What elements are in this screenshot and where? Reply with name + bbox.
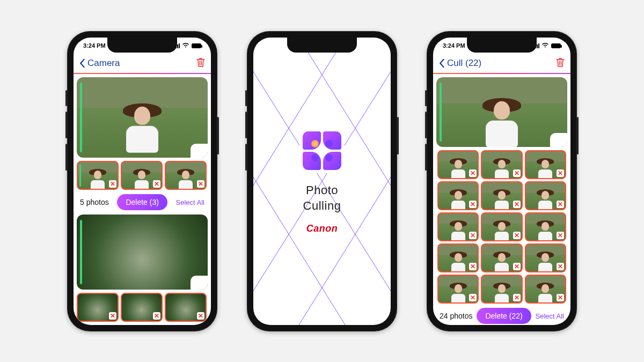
remove-icon[interactable]: ✕ <box>513 232 521 239</box>
status-time: 3:24 PM <box>443 42 465 49</box>
thumbnail-row: ✕ ✕ ✕ <box>77 161 208 190</box>
select-all-link[interactable]: Select All <box>176 198 204 206</box>
action-row: 4 photos Delete (3) Select All <box>77 324 208 325</box>
thumbnail[interactable]: ✕ <box>437 212 479 241</box>
remove-icon[interactable]: ✕ <box>197 180 204 188</box>
thumbnail[interactable]: ✕ <box>121 161 163 190</box>
back-button[interactable]: Cull (22) <box>438 58 481 69</box>
thumbnail[interactable]: ✕ <box>481 212 522 241</box>
delete-button[interactable]: Delete (22) <box>477 308 531 324</box>
remove-icon[interactable]: ✕ <box>153 312 160 320</box>
wifi-icon <box>541 42 549 49</box>
photo-count: 24 photos <box>440 312 473 320</box>
thumbnail[interactable]: ✕ <box>525 212 566 241</box>
remove-icon[interactable]: ✕ <box>469 232 477 239</box>
hero-photo[interactable] <box>436 77 567 147</box>
remove-icon[interactable]: ✕ <box>513 263 521 270</box>
thumbnail[interactable]: ✕ <box>481 150 522 179</box>
remove-icon[interactable]: ✕ <box>513 294 521 301</box>
remove-icon[interactable]: ✕ <box>153 180 160 188</box>
back-button[interactable]: Camera <box>79 58 120 69</box>
thumbnail-row: ✕ ✕ ✕ <box>77 293 208 322</box>
app-name: Photo Culling <box>303 183 341 213</box>
rating-bar <box>80 220 82 284</box>
notch <box>287 38 357 53</box>
remove-icon[interactable]: ✕ <box>469 294 477 301</box>
thumbnail[interactable]: ✕ <box>437 243 479 272</box>
action-row: 5 photos Delete (3) Select All <box>77 192 208 215</box>
chevron-left-icon <box>79 58 85 68</box>
wifi-icon <box>182 42 189 49</box>
thumbnail[interactable]: ✕ <box>525 243 566 272</box>
remove-icon[interactable]: ✕ <box>197 312 204 320</box>
thumbnail[interactable]: ✕ <box>121 293 163 322</box>
phone-cull-grid: 3:24 PM Cull (22) ✕✕✕✕✕✕✕✕✕✕✕✕✕✕✕ <box>427 31 577 331</box>
battery-icon <box>551 43 561 48</box>
remove-icon[interactable]: ✕ <box>469 263 477 270</box>
thumbnail[interactable]: ✕ <box>481 243 522 272</box>
remove-icon[interactable]: ✕ <box>469 169 477 177</box>
thumbnail[interactable]: ✕ <box>165 161 207 190</box>
rating-bar <box>80 83 82 152</box>
thumbnail[interactable]: ✕ <box>525 181 566 210</box>
remove-icon[interactable]: ✕ <box>469 201 477 208</box>
delete-button[interactable]: Delete (3) <box>117 194 167 210</box>
battery-icon <box>192 43 201 48</box>
thumbnail[interactable]: ✕ <box>525 150 566 179</box>
hero-photo[interactable] <box>77 77 208 158</box>
remove-icon[interactable]: ✕ <box>109 312 116 320</box>
delete-icon[interactable] <box>196 57 206 70</box>
thumbnail[interactable]: ✕ <box>77 293 119 322</box>
thumbnail[interactable]: ✕ <box>437 181 479 210</box>
remove-icon[interactable]: ✕ <box>557 169 564 177</box>
navbar: Cull (22) <box>433 54 570 73</box>
thumbnail-grid: ✕✕✕✕✕✕✕✕✕✕✕✕✕✕✕ <box>436 150 567 304</box>
notch <box>467 38 537 53</box>
back-label: Camera <box>87 58 120 69</box>
back-label: Cull (22) <box>447 58 481 69</box>
remove-icon[interactable]: ✕ <box>109 180 116 188</box>
brand-logo: Canon <box>306 223 338 234</box>
remove-icon[interactable]: ✕ <box>513 169 521 177</box>
thumbnail[interactable]: ✕ <box>481 181 522 210</box>
rating-bar <box>440 83 442 142</box>
chevron-left-icon <box>438 58 445 68</box>
status-time: 3:24 PM <box>83 42 106 49</box>
thumbnail[interactable]: ✕ <box>437 275 479 304</box>
hero-photo[interactable] <box>77 215 208 290</box>
remove-icon[interactable]: ✕ <box>557 232 564 239</box>
phone-camera-groups: 3:24 PM Camera ✕ <box>67 31 217 331</box>
phone-splash: Photo Culling Canon <box>247 31 397 331</box>
remove-icon[interactable]: ✕ <box>513 201 521 208</box>
thumbnail[interactable]: ✕ <box>77 161 119 190</box>
action-row: 24 photos Delete (22) Select All <box>436 304 567 325</box>
app-logo-icon <box>299 128 345 173</box>
select-all-link[interactable]: Select All <box>536 312 564 320</box>
thumbnail[interactable]: ✕ <box>165 293 207 322</box>
thumbnail[interactable]: ✕ <box>481 275 522 304</box>
delete-icon[interactable] <box>555 57 565 70</box>
notch <box>107 38 177 53</box>
photo-count: 5 photos <box>80 198 109 206</box>
remove-icon[interactable]: ✕ <box>557 263 564 270</box>
remove-icon[interactable]: ✕ <box>557 294 564 301</box>
thumbnail[interactable]: ✕ <box>437 150 479 179</box>
thumbnail[interactable]: ✕ <box>525 275 566 304</box>
navbar: Camera <box>74 54 211 73</box>
remove-icon[interactable]: ✕ <box>557 201 564 208</box>
